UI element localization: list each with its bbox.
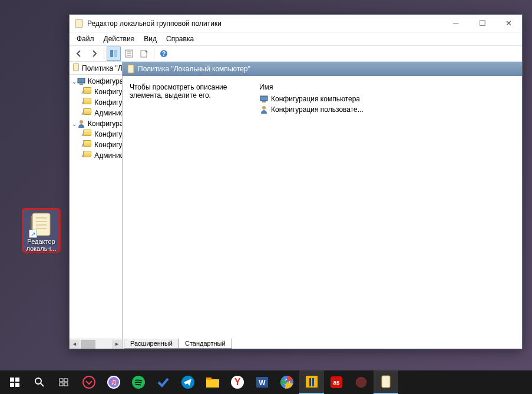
tree-node[interactable]: ›Конфигурация W xyxy=(70,140,122,150)
tree-label: Административн xyxy=(94,109,122,117)
scroll-thumb[interactable] xyxy=(81,340,95,349)
back-button[interactable] xyxy=(72,47,86,61)
taskbar-app-chrome[interactable] xyxy=(275,370,299,394)
menu-file[interactable]: Файл xyxy=(72,34,99,44)
task-view-button[interactable] xyxy=(52,370,77,394)
taskbar-app-todo[interactable] xyxy=(151,370,176,394)
gpedit-window: Редактор локальной групповой политики ─ … xyxy=(69,14,523,349)
svg-point-54 xyxy=(356,378,366,387)
tree-label: Конфигурация комп xyxy=(88,77,122,85)
menubar: Файл Действие Вид Справка xyxy=(70,32,522,45)
scroll-document-icon xyxy=(126,64,136,74)
folder-icon xyxy=(83,130,92,139)
svg-rect-19 xyxy=(128,65,134,73)
folder-icon xyxy=(83,87,92,97)
list-item[interactable]: Конфигурация компьютера xyxy=(259,94,515,104)
tree-node[interactable]: ›Конфигурация п xyxy=(70,87,122,97)
view-tabs: Расширенный Стандартный xyxy=(123,336,522,349)
svg-rect-5 xyxy=(75,19,82,28)
start-button[interactable] xyxy=(2,370,27,394)
taskbar-app-yandex[interactable]: Y xyxy=(225,370,250,394)
svg-rect-26 xyxy=(15,383,19,387)
expander-open-icon[interactable]: ⌄ xyxy=(72,78,77,85)
tree-node[interactable]: ›Конфигурация W xyxy=(70,97,122,108)
svg-rect-15 xyxy=(74,64,79,71)
tree-node[interactable]: ⌄Конфигурация комп xyxy=(70,76,122,87)
horizontal-scrollbar[interactable]: ◄ ► xyxy=(70,339,122,349)
tree-node[interactable]: ⌄Конфигурация поль xyxy=(70,118,122,129)
expander-open-icon[interactable]: ⌄ xyxy=(72,121,77,127)
forward-button[interactable] xyxy=(87,47,101,61)
computer-icon xyxy=(259,94,269,104)
search-button[interactable] xyxy=(27,370,52,394)
svg-rect-25 xyxy=(10,383,14,387)
export-button[interactable] xyxy=(137,47,151,61)
taskbar-app-lastfm[interactable]: as xyxy=(324,370,349,394)
details-panel: Политика "Локальный компьютер" Чтобы про… xyxy=(123,62,522,349)
minimize-button[interactable]: ─ xyxy=(442,15,469,32)
svg-rect-6 xyxy=(110,50,113,57)
svg-rect-16 xyxy=(78,78,85,83)
scroll-document-icon: ↗ xyxy=(30,212,52,237)
svg-rect-40 xyxy=(206,378,212,380)
svg-point-18 xyxy=(80,120,83,124)
svg-text:Y: Y xyxy=(234,377,241,387)
close-button[interactable]: ✕ xyxy=(495,15,522,32)
svg-point-33 xyxy=(83,376,95,388)
taskbar-app-active[interactable] xyxy=(299,370,324,394)
svg-rect-24 xyxy=(15,378,19,382)
shortcut-overlay-icon: ↗ xyxy=(29,230,37,238)
folder-icon xyxy=(83,108,92,118)
tree-panel: Политика "Локальный ⌄Конфигурация комп›К… xyxy=(70,62,123,349)
svg-rect-7 xyxy=(114,50,117,57)
show-tree-button[interactable] xyxy=(107,47,121,61)
titlebar[interactable]: Редактор локальной групповой политики ─ … xyxy=(70,15,522,32)
menu-help[interactable]: Справка xyxy=(161,34,199,44)
folder-icon xyxy=(83,151,92,160)
tree-node[interactable]: ›Административн xyxy=(70,108,122,118)
list-item-label: Конфигурация компьютера xyxy=(271,95,360,103)
svg-text:as: as xyxy=(333,379,340,386)
column-header-name[interactable]: Имя xyxy=(259,83,515,91)
taskbar-app-pocket[interactable] xyxy=(77,370,101,394)
list-item[interactable]: Конфигурация пользовате... xyxy=(259,104,515,115)
tab-extended[interactable]: Расширенный xyxy=(124,339,179,349)
app-icon xyxy=(74,19,84,28)
taskbar-app-itunes[interactable]: ♫ xyxy=(101,370,126,394)
svg-rect-50 xyxy=(312,378,314,386)
help-button[interactable]: ? xyxy=(157,47,171,61)
tree-root[interactable]: Политика "Локальный xyxy=(70,62,122,75)
svg-point-22 xyxy=(262,106,266,110)
taskbar-app-word[interactable]: W xyxy=(250,370,275,394)
properties-button[interactable] xyxy=(122,47,136,61)
list-item-label: Конфигурация пользовате... xyxy=(271,105,364,114)
svg-text:W: W xyxy=(259,379,266,387)
scroll-right-icon[interactable]: ► xyxy=(112,340,122,349)
svg-text:?: ? xyxy=(162,51,166,57)
tree-label: Административн xyxy=(94,151,122,160)
user-icon xyxy=(259,105,269,114)
tree-label: Конфигурация поль xyxy=(88,120,122,128)
svg-rect-32 xyxy=(64,383,68,386)
desktop-shortcut-gpedit[interactable]: ↗ Редакторлокальн... xyxy=(22,208,61,253)
tree-label: Конфигурация п xyxy=(94,88,122,96)
tree-node[interactable]: ›Конфигурация п xyxy=(70,129,122,140)
menu-view[interactable]: Вид xyxy=(139,34,161,44)
taskbar-app-explorer[interactable] xyxy=(200,370,225,394)
taskbar-app-record[interactable] xyxy=(349,370,374,394)
tab-standard[interactable]: Стандартный xyxy=(179,339,232,349)
toolbar: ? xyxy=(70,45,522,62)
taskbar-app-telegram[interactable] xyxy=(176,370,200,394)
svg-rect-55 xyxy=(382,376,390,388)
tree-label: Конфигурация W xyxy=(94,98,122,107)
taskbar-app-spotify[interactable] xyxy=(126,370,151,394)
tree-label: Конфигурация п xyxy=(94,130,122,138)
maximize-button[interactable]: ☐ xyxy=(469,15,495,32)
menu-action[interactable]: Действие xyxy=(99,34,140,44)
svg-text:♫: ♫ xyxy=(111,378,117,387)
scroll-left-icon[interactable]: ◄ xyxy=(70,340,80,349)
taskbar-app-gpedit[interactable] xyxy=(374,370,398,394)
tree-label: Конфигурация W xyxy=(94,141,122,149)
folder-icon xyxy=(83,140,92,150)
tree-node[interactable]: ›Административн xyxy=(70,150,122,161)
